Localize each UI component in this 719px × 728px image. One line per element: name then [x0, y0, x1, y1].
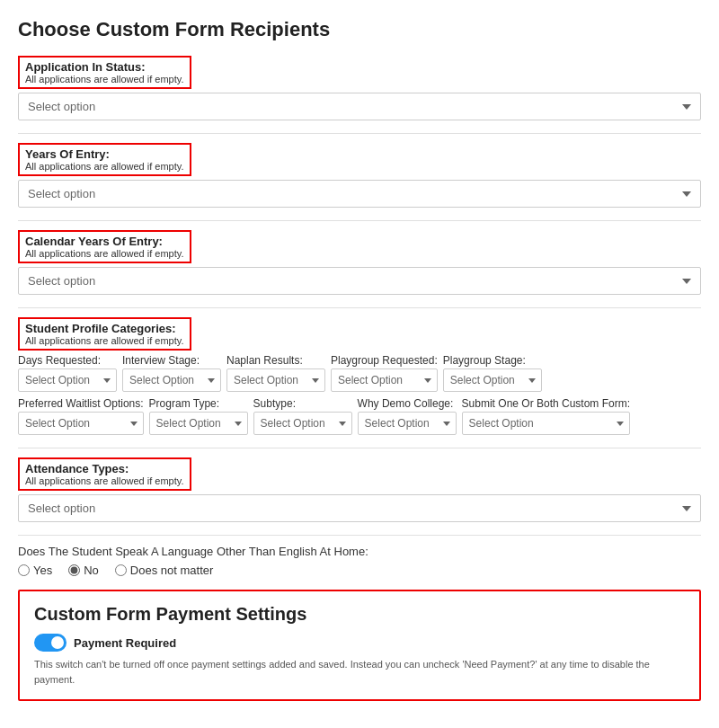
- preferred-waitlist-select[interactable]: Select Option: [18, 412, 144, 435]
- student-profile-label-box: Student Profile Categories: All applicat…: [18, 317, 191, 351]
- page-title: Choose Custom Form Recipients: [18, 18, 701, 41]
- playgroup-requested-field: Playgroup Requested: Select Option: [331, 354, 438, 392]
- calendar-years-title: Calendar Years Of Entry:: [25, 235, 184, 248]
- radio-yes[interactable]: [18, 564, 30, 576]
- inline-row-2: Preferred Waitlist Options: Select Optio…: [18, 397, 701, 435]
- preferred-waitlist-label: Preferred Waitlist Options:: [18, 397, 144, 410]
- application-in-status-title: Application In Status:: [25, 60, 184, 74]
- divider-3: [18, 307, 701, 308]
- days-requested-label: Days Requested:: [18, 354, 117, 367]
- attendance-types-section: Attendance Types: All applications are a…: [18, 457, 701, 522]
- attendance-types-title: Attendance Types:: [25, 462, 184, 475]
- payment-note: This switch can't be turned off once pay…: [34, 657, 685, 687]
- application-in-status-hint: All applications are allowed if empty.: [25, 74, 184, 84]
- program-type-label: Program Type:: [149, 397, 248, 410]
- language-radio-group: Yes No Does not matter: [18, 564, 701, 577]
- student-profile-hint: All applications are allowed if empty.: [25, 335, 184, 346]
- naplan-results-field: Naplan Results: Select Option: [226, 354, 325, 392]
- radio-no-label[interactable]: No: [68, 564, 99, 577]
- payment-toggle-label: Payment Required: [74, 636, 176, 650]
- payment-section: Custom Form Payment Settings Payment Req…: [18, 590, 701, 701]
- why-demo-college-label: Why Demo College:: [358, 397, 457, 410]
- naplan-results-label: Naplan Results:: [226, 354, 325, 367]
- language-section: Does The Student Speak A Language Other …: [18, 545, 701, 577]
- interview-stage-field: Interview Stage: Select Option: [122, 354, 221, 392]
- program-type-select[interactable]: Select Option: [149, 412, 248, 435]
- playgroup-stage-field: Playgroup Stage: Select Option: [443, 354, 542, 392]
- playgroup-requested-label: Playgroup Requested:: [331, 354, 438, 367]
- divider-2: [18, 220, 701, 221]
- divider-1: [18, 133, 701, 134]
- submit-one-both-label: Submit One Or Both Custom Form:: [462, 397, 630, 410]
- language-question: Does The Student Speak A Language Other …: [18, 545, 701, 558]
- years-of-entry-title: Years Of Entry:: [25, 147, 184, 161]
- student-profile-section: Student Profile Categories: All applicat…: [18, 317, 701, 435]
- radio-no[interactable]: [68, 564, 80, 576]
- application-in-status-select[interactable]: Select option: [18, 93, 701, 120]
- years-of-entry-section: Years Of Entry: All applications are all…: [18, 143, 701, 208]
- application-in-status-section: Application In Status: All applications …: [18, 56, 701, 120]
- submit-one-both-field: Submit One Or Both Custom Form: Select O…: [462, 397, 630, 435]
- radio-no-text: No: [84, 564, 99, 577]
- playgroup-stage-label: Playgroup Stage:: [443, 354, 542, 367]
- divider-4: [18, 448, 701, 448]
- attendance-types-select[interactable]: Select option: [18, 494, 701, 522]
- radio-yes-label[interactable]: Yes: [18, 564, 52, 577]
- calendar-years-label-box: Calendar Years Of Entry: All application…: [18, 230, 191, 263]
- why-demo-college-field: Why Demo College: Select Option: [358, 397, 457, 435]
- program-type-field: Program Type: Select Option: [149, 397, 248, 435]
- radio-yes-text: Yes: [33, 564, 52, 577]
- preferred-waitlist-field: Preferred Waitlist Options: Select Optio…: [18, 397, 144, 435]
- years-of-entry-select[interactable]: Select option: [18, 180, 701, 208]
- years-of-entry-hint: All applications are allowed if empty.: [25, 161, 184, 172]
- attendance-types-hint: All applications are allowed if empty.: [25, 475, 184, 486]
- subtype-field: Subtype: Select Option: [253, 397, 352, 435]
- calendar-years-section: Calendar Years Of Entry: All application…: [18, 230, 701, 295]
- interview-stage-select[interactable]: Select Option: [122, 368, 221, 392]
- radio-doesnotmatter[interactable]: [115, 564, 127, 576]
- payment-section-title: Custom Form Payment Settings: [34, 604, 685, 625]
- subtype-select[interactable]: Select Option: [253, 412, 352, 435]
- student-profile-title: Student Profile Categories:: [25, 322, 184, 335]
- inline-row-1: Days Requested: Select Option Interview …: [18, 354, 701, 392]
- naplan-results-select[interactable]: Select Option: [226, 368, 325, 392]
- application-in-status-label-box: Application In Status: All applications …: [18, 56, 191, 89]
- radio-doesnotmatter-text: Does not matter: [130, 564, 214, 577]
- playgroup-stage-select[interactable]: Select Option: [443, 368, 542, 392]
- years-of-entry-label-box: Years Of Entry: All applications are all…: [18, 143, 191, 176]
- submit-one-both-select[interactable]: Select Option: [462, 412, 630, 435]
- toggle-slider: [34, 634, 67, 652]
- attendance-types-label-box: Attendance Types: All applications are a…: [18, 457, 191, 491]
- divider-5: [18, 535, 701, 536]
- radio-doesnotmatter-label[interactable]: Does not matter: [115, 564, 214, 577]
- why-demo-college-select[interactable]: Select Option: [358, 412, 457, 435]
- subtype-label: Subtype:: [253, 397, 352, 410]
- payment-toggle-switch[interactable]: [34, 634, 67, 652]
- payment-toggle-row: Payment Required: [34, 634, 685, 652]
- calendar-years-hint: All applications are allowed if empty.: [25, 248, 184, 259]
- calendar-years-select[interactable]: Select option: [18, 267, 701, 295]
- playgroup-requested-select[interactable]: Select Option: [331, 368, 438, 392]
- days-requested-select[interactable]: Select Option: [18, 368, 117, 392]
- interview-stage-label: Interview Stage:: [122, 354, 221, 367]
- days-requested-field: Days Requested: Select Option: [18, 354, 117, 392]
